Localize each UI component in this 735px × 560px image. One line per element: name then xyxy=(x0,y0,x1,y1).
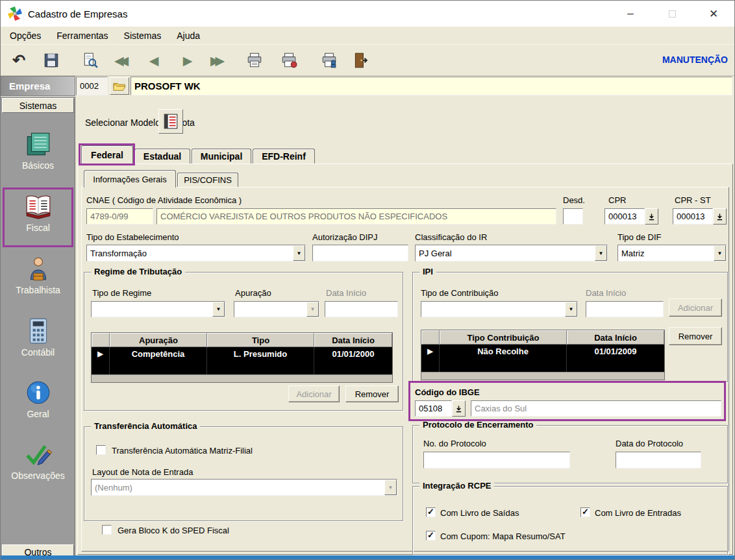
sidebar-item-label: Fiscal xyxy=(26,223,50,233)
print-config-button[interactable] xyxy=(277,49,301,72)
last-record-icon: ▶▶ xyxy=(210,53,225,68)
combo-button[interactable]: ▼ xyxy=(212,302,225,317)
print-user-button[interactable] xyxy=(317,49,342,72)
previous-record-icon: ◀ xyxy=(149,53,159,68)
tab-federal[interactable]: Federal xyxy=(81,145,133,164)
grid-header: Tipo xyxy=(207,333,314,347)
menubar: Opções Ferramentas Sistemas Ajuda xyxy=(1,27,734,44)
empresa-code-field[interactable]: 0002 xyxy=(76,77,108,95)
combo-button[interactable]: ▼ xyxy=(714,245,726,261)
grid-scrollbar[interactable] xyxy=(92,374,392,382)
fiscal-icon xyxy=(24,193,53,220)
numero-protocolo-field[interactable] xyxy=(423,452,570,469)
tab-estadual[interactable]: Estadual xyxy=(134,149,190,164)
regime-group-title: Regime de Tributação xyxy=(91,267,185,276)
preview-button[interactable] xyxy=(78,49,103,72)
tipo-dif-combo[interactable]: Matriz ▼ xyxy=(617,245,727,262)
tipo-regime-combo[interactable]: ▼ xyxy=(91,301,225,317)
print-button[interactable] xyxy=(242,49,267,72)
apuracao-combo[interactable]: ▼ xyxy=(234,301,319,317)
livro-entradas-checkbox[interactable]: ✓ xyxy=(580,507,590,517)
grid-row-empty xyxy=(92,361,392,374)
menu-opcoes[interactable]: Opções xyxy=(10,30,41,41)
open-folder-icon xyxy=(113,80,126,92)
ipi-adicionar-button[interactable]: Adicionar xyxy=(669,298,722,317)
sidebar-item-observacoes[interactable]: Observações xyxy=(1,441,75,493)
combo-button[interactable]: ▼ xyxy=(384,480,397,495)
cnae-description-field[interactable]: COMÉRCIO VAREJISTA DE OUTROS PRODUTOS NÃ… xyxy=(156,208,556,225)
data-inicio-label: Data Início xyxy=(326,288,366,298)
numero-protocolo-label: No. do Protocolo xyxy=(423,439,486,448)
regime-remover-button[interactable]: Remover xyxy=(345,385,399,402)
cpr-st-field[interactable]: 000013 xyxy=(673,208,713,225)
tipo-contribuicao-combo[interactable]: ▼ xyxy=(421,301,578,317)
save-button[interactable] xyxy=(39,49,64,72)
chevron-down-icon: ▼ xyxy=(388,485,393,491)
undo-button[interactable]: ↶ xyxy=(6,49,31,72)
exit-button[interactable] xyxy=(348,49,373,72)
menu-ferramentas[interactable]: Ferramentas xyxy=(56,30,108,41)
cupom-mapa-checkbox[interactable]: ✓ xyxy=(426,531,436,541)
maximize-button[interactable] xyxy=(651,1,693,27)
autorizacao-dipj-field[interactable] xyxy=(312,245,408,262)
regime-grid[interactable]: Apuração Tipo Data Início ▶ Competência … xyxy=(91,332,393,383)
grid-scrollbar[interactable] xyxy=(421,372,664,380)
last-record-button[interactable]: ▶▶ xyxy=(205,49,230,72)
livro-saidas-checkbox[interactable]: ✓ xyxy=(426,507,436,517)
ipi-remover-button[interactable]: Remover xyxy=(669,327,722,345)
cpr-st-lookup-button[interactable] xyxy=(713,208,727,225)
minimize-button[interactable]: – xyxy=(610,1,651,27)
desd-field[interactable] xyxy=(563,208,583,225)
combo-button[interactable]: ▼ xyxy=(565,302,577,317)
transferencia-checkbox[interactable] xyxy=(96,445,106,455)
sidebar-item-geral[interactable]: Geral xyxy=(1,379,75,431)
grid-row-selected[interactable]: ▶ Não Recolhe 01/01/2009 xyxy=(421,345,664,358)
cnae-code-field[interactable]: 4789-0/99 xyxy=(86,208,153,225)
combo-button[interactable]: ▼ xyxy=(595,245,607,261)
combo-button[interactable]: ▼ xyxy=(306,302,319,317)
previous-record-button[interactable]: ◀ xyxy=(142,49,166,72)
open-company-button[interactable] xyxy=(110,77,129,95)
sidebar-item-basicos[interactable]: Básicos xyxy=(1,130,75,182)
tipo-estabelecimento-combo[interactable]: Transformação ▼ xyxy=(86,245,306,262)
preview-icon xyxy=(82,52,99,69)
sistemas-button[interactable]: Sistemas xyxy=(2,98,74,113)
next-record-button[interactable]: ▶ xyxy=(175,49,200,72)
rcpe-group-title: Integração RCPE xyxy=(419,481,494,491)
selecionar-modelo-button[interactable] xyxy=(158,109,183,134)
grid-cell-data: 01/01/2009 xyxy=(567,345,664,358)
classificacao-ir-combo[interactable]: PJ Geral ▼ xyxy=(415,245,608,262)
regime-adicionar-button[interactable]: Adicionar xyxy=(288,385,340,402)
ipi-grid[interactable]: Tipo Contribuição Data Início ▶ Não Reco… xyxy=(421,330,665,380)
menu-ajuda[interactable]: Ajuda xyxy=(177,30,200,41)
tab-efd-reinf[interactable]: EFD-Reinf xyxy=(253,149,315,164)
contabil-icon xyxy=(24,317,53,345)
chevron-down-icon: ▼ xyxy=(599,250,604,256)
regime-data-inicio-field[interactable] xyxy=(325,301,398,317)
cpr-lookup-button[interactable] xyxy=(645,208,658,225)
layout-nota-combo[interactable]: (Nenhum) ▼ xyxy=(91,479,397,496)
combo-button[interactable]: ▼ xyxy=(293,245,305,261)
sidebar-item-fiscal[interactable]: Fiscal xyxy=(1,193,75,245)
codigo-ibge-field[interactable]: 05108 xyxy=(415,400,452,417)
empresa-name-field[interactable]: PROSOFT WK xyxy=(131,77,732,95)
bloco-k-checkbox[interactable] xyxy=(102,525,112,535)
geral-info-icon xyxy=(24,379,53,406)
cpr-field[interactable]: 000013 xyxy=(604,208,645,225)
data-protocolo-field[interactable] xyxy=(616,452,701,469)
sidebar-item-contabil[interactable]: Contábil xyxy=(1,317,75,369)
grid-header: Apuração xyxy=(110,333,207,347)
sidebar-item-trabalhista[interactable]: Trabalhista xyxy=(1,255,75,307)
rcpe-group: Integração RCPE ✓ Com Livro de Saídas ✓ … xyxy=(412,486,728,555)
subtab-pis-cofins[interactable]: PIS/COFINS xyxy=(177,173,238,187)
close-button[interactable]: ✕ xyxy=(693,1,734,27)
sidebar-item-label: Básicos xyxy=(22,160,54,171)
tab-municipal[interactable]: Municipal xyxy=(192,149,251,164)
grid-row-selected[interactable]: ▶ Competência L. Presumido 01/01/2000 xyxy=(92,347,392,361)
subtab-informacoes-gerais[interactable]: Informações Gerais xyxy=(84,170,176,188)
ipi-data-inicio-field[interactable] xyxy=(586,301,664,317)
next-record-icon: ▶ xyxy=(183,53,193,68)
first-record-button[interactable]: ◀◀ xyxy=(109,49,134,72)
ibge-lookup-button[interactable] xyxy=(452,400,466,417)
menu-sistemas[interactable]: Sistemas xyxy=(124,30,162,41)
